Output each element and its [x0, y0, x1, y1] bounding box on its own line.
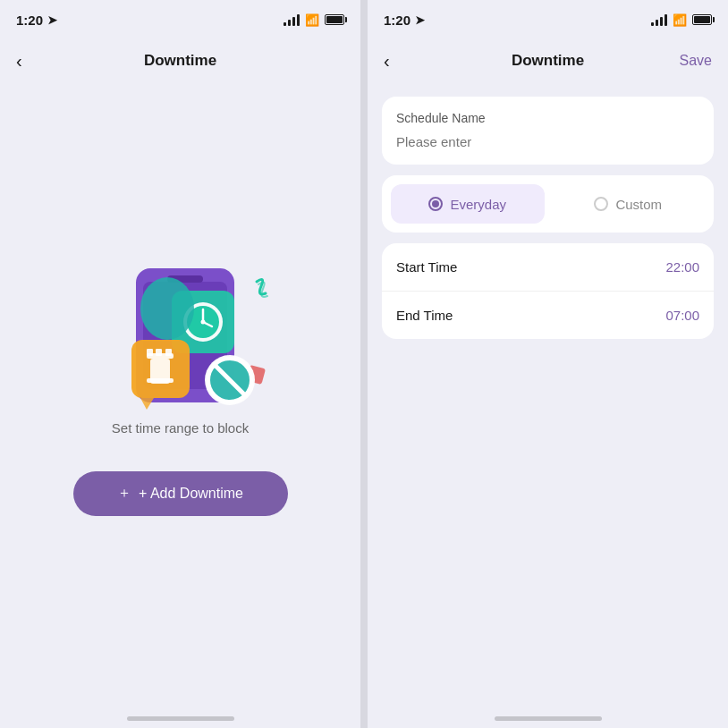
svg-point-8 — [200, 319, 205, 324]
nav-bar-right: ‹ Downtime Save — [368, 39, 728, 82]
svg-rect-13 — [147, 349, 153, 356]
everyday-label: Everyday — [450, 197, 506, 212]
custom-label: Custom — [615, 197, 662, 212]
battery-icon-right — [692, 14, 712, 25]
status-time-right: 1:20 ➤ — [384, 13, 425, 28]
schedule-type-toggle: Everyday Custom — [382, 175, 714, 233]
time-card: Start Time 22:00 End Time 07:00 — [382, 243, 714, 339]
add-downtime-button[interactable]: ＋ + Add Downtime — [73, 471, 288, 516]
illustration — [82, 241, 279, 420]
time-left: 1:20 — [16, 13, 43, 28]
home-indicator-left — [127, 716, 234, 721]
wifi-icon-right: 📶 — [673, 13, 687, 27]
right-panel: 1:20 ➤ 📶 ‹ Downtime Save Schedule Name — [368, 0, 728, 728]
battery-icon-left — [325, 14, 344, 25]
svg-rect-15 — [165, 349, 172, 356]
svg-rect-14 — [156, 349, 162, 356]
custom-toggle-button[interactable]: Custom — [552, 184, 706, 224]
start-time-row[interactable]: Start Time 22:00 — [382, 243, 714, 291]
status-icons-left: 📶 — [284, 13, 344, 27]
back-button-left[interactable]: ‹ — [16, 52, 22, 70]
left-panel: 1:20 ➤ 📶 ‹ Downtime — [0, 0, 360, 728]
custom-radio-dot — [594, 197, 608, 211]
svg-point-22 — [140, 277, 194, 340]
save-button[interactable]: Save — [680, 53, 712, 69]
right-main-content: Schedule Name Everyday Custom Start Time… — [368, 82, 728, 353]
end-time-row[interactable]: End Time 07:00 — [382, 291, 714, 339]
everyday-toggle-button[interactable]: Everyday — [391, 184, 545, 224]
status-time-left: 1:20 ➤ — [16, 13, 57, 28]
schedule-name-card: Schedule Name — [382, 97, 714, 165]
end-time-label: End Time — [396, 308, 453, 323]
panel-divider — [360, 0, 368, 728]
location-icon-right: ➤ — [415, 13, 425, 27]
signal-icon-left — [284, 14, 300, 26]
start-time-label: Start Time — [396, 259, 457, 275]
add-icon: ＋ — [117, 484, 131, 503]
svg-rect-12 — [147, 378, 174, 383]
nav-bar-left: ‹ Downtime — [0, 39, 360, 82]
svg-marker-16 — [140, 398, 154, 410]
set-time-text: Set time range to block — [112, 420, 249, 436]
back-button-right[interactable]: ‹ — [384, 52, 390, 70]
start-time-value: 22:00 — [665, 259, 699, 275]
location-icon-left: ➤ — [47, 13, 57, 27]
home-indicator-right — [495, 716, 602, 721]
schedule-name-label: Schedule Name — [396, 111, 699, 125]
end-time-value: 07:00 — [665, 308, 699, 323]
status-bar-right: 1:20 ➤ 📶 — [368, 0, 728, 39]
status-bar-left: 1:20 ➤ 📶 — [0, 0, 360, 39]
page-title-right: Downtime — [512, 52, 584, 70]
left-main-content: Set time range to block ＋ + Add Downtime — [73, 82, 288, 728]
status-icons-right: 📶 — [651, 13, 712, 27]
add-button-label: + Add Downtime — [139, 486, 243, 502]
wifi-icon-left: 📶 — [305, 13, 319, 27]
everyday-radio-dot — [428, 197, 443, 211]
time-right: 1:20 — [384, 13, 411, 28]
page-title-left: Downtime — [144, 52, 216, 70]
schedule-name-input[interactable] — [396, 134, 699, 149]
signal-icon-right — [651, 14, 667, 26]
